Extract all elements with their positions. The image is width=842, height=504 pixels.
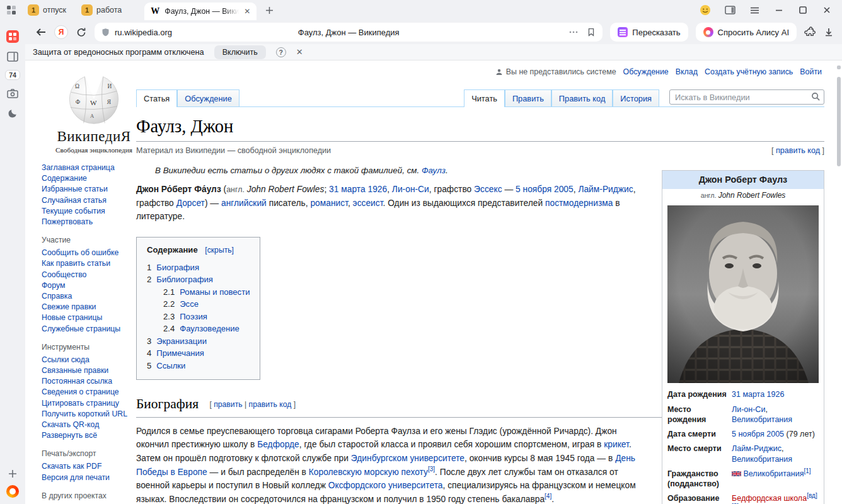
window-minimize-button[interactable] (774, 5, 784, 15)
toc-item[interactable]: 3Экранизации (147, 335, 250, 348)
tab-group[interactable]: 1отпуск (21, 2, 72, 18)
sidebar-link[interactable]: Связанные правки (42, 365, 137, 376)
tab-read[interactable]: Читать (464, 89, 505, 106)
sidebar-link[interactable]: Сообщество (42, 270, 137, 280)
tab-history[interactable]: История (613, 89, 659, 106)
sidebar-link[interactable]: Заглавная страница (42, 163, 137, 173)
infobox-value[interactable]: 5 ноября 2005 (79 лет) (727, 429, 819, 439)
search-icon[interactable] (811, 92, 821, 101)
toc-link[interactable]: Эссе (180, 299, 199, 309)
sidebar-link[interactable]: Пожертвовать (42, 217, 137, 227)
sidebar-link[interactable]: Сообщить об ошибке (42, 248, 137, 258)
sidebar-link[interactable]: Как править статьи (42, 258, 137, 269)
panels-icon[interactable] (7, 47, 18, 67)
infobox-value[interactable]: 31 марта 1926 (727, 389, 819, 399)
yandex-services-icon[interactable] (6, 26, 19, 47)
extensions-puzzle-icon[interactable] (804, 26, 816, 38)
tab-talk[interactable]: Обсуждение (177, 89, 239, 106)
help-icon[interactable]: ? (276, 47, 286, 57)
wikipedia-logo[interactable]: Ω И Ф W Я А ВикипедиЯ Свободная энциклоп… (42, 71, 146, 154)
sidebar-link[interactable]: Служебные страницы (42, 324, 137, 335)
sidebar-link[interactable]: Скачать как PDF (42, 461, 137, 472)
new-tab-button[interactable] (265, 6, 274, 14)
portrait-photo[interactable] (667, 205, 819, 383)
personal-link[interactable]: Войти (800, 67, 822, 76)
tab-article[interactable]: Статья (136, 89, 177, 106)
toc-link[interactable]: Биография (156, 263, 199, 272)
counter-badge[interactable]: 74 (5, 70, 20, 80)
edit-source-top-link[interactable]: [ править код ] (771, 146, 824, 155)
toc-item[interactable]: 5Ссылки (147, 360, 250, 372)
bookmark-icon[interactable] (586, 27, 596, 37)
toc-link[interactable]: Романы и повести (180, 287, 250, 297)
tab-close-icon[interactable]: ✕ (244, 7, 250, 16)
summarize-button[interactable]: Пересказать (610, 23, 688, 42)
sidebar-link[interactable]: Текущие события (42, 206, 137, 217)
address-bar[interactable]: ru.wikipedia.org Фаулз, Джон — Википедия (95, 23, 603, 42)
toc-item[interactable]: 2.3Поэзия (163, 311, 250, 323)
sidebar-link[interactable]: Ссылки сюда (42, 355, 137, 365)
infobox-value[interactable]: Бедфордская школа[вд][2], Новый колледж (727, 493, 819, 504)
sidebar-link[interactable]: Избранные статьи (42, 184, 137, 195)
personal-link[interactable]: Вклад (676, 67, 698, 76)
sidebar-link[interactable]: Новые страницы (42, 312, 137, 323)
toc-item[interactable]: 4Примечания (147, 347, 250, 360)
browser-logo-icon[interactable] (6, 484, 19, 504)
scrollbar-thumb[interactable] (837, 77, 841, 166)
toc-link[interactable]: Ссылки (156, 361, 185, 370)
back-button[interactable] (35, 26, 47, 38)
toc-item[interactable]: 2Библиография (147, 273, 250, 286)
side-panel-toggle-icon[interactable] (725, 5, 735, 15)
sidebar-link[interactable]: Цитировать страницу (42, 398, 137, 409)
personal-link[interactable]: Обсуждение (623, 67, 669, 76)
toc-item[interactable]: 2.4Фаулзоведение (163, 323, 250, 335)
enable-protection-button[interactable]: Включить (214, 45, 266, 59)
more-actions-icon[interactable] (568, 27, 579, 37)
sidebar-link[interactable]: Случайная статья (42, 195, 137, 206)
infobox-value[interactable]: Ли-он-Си, Великобритания (727, 404, 819, 425)
sidebar-link[interactable]: Сведения о странице (42, 387, 137, 398)
tab-group[interactable]: 1работа (75, 2, 128, 18)
sidebar-link[interactable]: Содержание (42, 173, 137, 184)
tab-edit[interactable]: Править (505, 89, 551, 106)
sidebar-link[interactable]: Форум (42, 280, 137, 291)
toc-link[interactable]: Экранизации (156, 336, 207, 346)
toc-link[interactable]: Примечания (156, 348, 204, 358)
sidebar-link[interactable]: Справка (42, 291, 137, 302)
sidebar-link[interactable]: Скачать QR-код (42, 420, 137, 430)
menu-icon[interactable] (749, 5, 760, 16)
active-tab[interactable]: W Фаулз, Джон — Викип ✕ (144, 3, 257, 20)
search-input[interactable] (669, 89, 824, 105)
dark-mode-icon[interactable] (8, 103, 18, 123)
tab-groups-icon[interactable] (6, 5, 16, 15)
sidebar-link[interactable]: Версия для печати (42, 472, 137, 483)
yandex-search-button[interactable]: Я (54, 25, 68, 39)
toc-hide-link[interactable]: [скрыть] (205, 246, 234, 255)
scrollbar-track-top[interactable] (837, 66, 841, 69)
site-security-shield-icon[interactable] (101, 27, 110, 37)
section-edit-links[interactable]: [ править | править код ] (209, 400, 296, 409)
sidebar-link[interactable]: Получить короткий URL (42, 409, 137, 420)
sidebar-link[interactable]: Развернуть всё (42, 430, 137, 441)
add-panel-button[interactable] (8, 464, 17, 484)
ask-alice-button[interactable]: Спросить Алису AI (696, 23, 797, 42)
infobox-value[interactable]: Лайм-Риджис, Великобритания (727, 444, 819, 464)
tab-edit-source[interactable]: Править код (551, 89, 613, 106)
infobox-value[interactable]: Великобритания[1] (727, 469, 819, 490)
window-maximize-button[interactable] (798, 5, 808, 15)
sidebar-link[interactable]: Свежие правки (42, 302, 137, 312)
window-close-button[interactable] (822, 5, 832, 15)
toc-item[interactable]: 2.1Романы и повести (163, 286, 250, 299)
notification-close-icon[interactable]: ✕ (296, 47, 303, 57)
personal-link[interactable]: Создать учётную запись (705, 67, 793, 76)
reload-button[interactable] (76, 26, 87, 38)
rewards-smiley-icon[interactable] (700, 4, 711, 16)
toc-item[interactable]: 1Биография (147, 261, 250, 274)
toc-link[interactable]: Поэзия (180, 312, 207, 321)
toc-item[interactable]: 2.2Эссе (163, 298, 250, 311)
toc-link[interactable]: Библиография (156, 275, 213, 284)
sidebar-link[interactable]: Постоянная ссылка (42, 376, 137, 387)
downloads-icon[interactable] (823, 26, 834, 38)
screenshot-icon[interactable] (7, 83, 18, 103)
toc-link[interactable]: Фаулзоведение (180, 324, 239, 333)
